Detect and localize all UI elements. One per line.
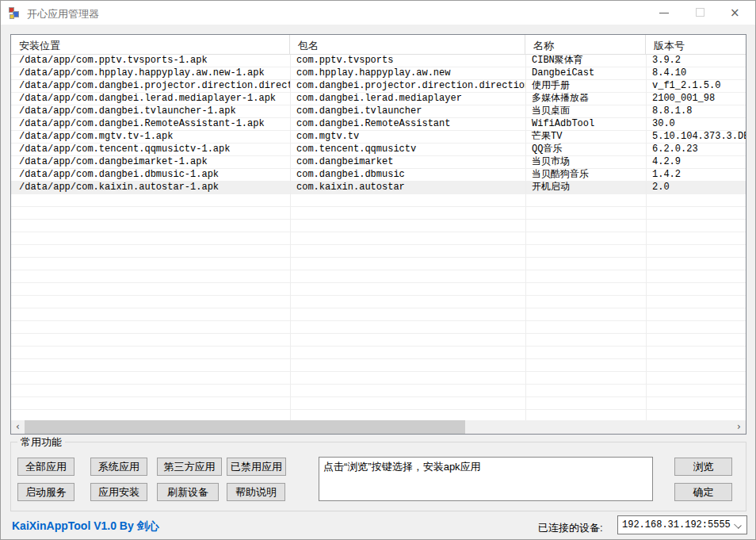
cell-package: com.dangbei.tvlauncher [290,105,525,117]
table-empty-area [11,194,746,420]
cell-name: 芒果TV [525,131,646,143]
chevron-down-icon [735,522,741,528]
table-row[interactable]: /data/app/com.dangbei.RemoteAssistant-1.… [11,118,746,131]
cell-install-path: /data/app/com.dangbei.lerad.mediaplayer-… [11,93,290,105]
minimize-icon [659,13,669,13]
cell-package: com.mgtv.tv [290,131,525,143]
device-combobox-value: 192.168.31.192:5555 [622,519,731,530]
button-refresh-device[interactable]: 刷新设备 [157,483,219,501]
table-row[interactable]: /data/app/com.mgtv.tv-1.apk com.mgtv.tv … [11,131,746,144]
button-system-apps[interactable]: 系统应用 [90,458,147,476]
app-table: 安装位置 包名 名称 版本号 /data/app/com.pptv.tvspor… [10,34,746,435]
group-title: 常用功能 [17,435,65,450]
brand-text: KaiXinAppTool V1.0 By 剑心 [12,519,159,534]
app-window: 开心应用管理器 × 安装位置 包名 名称 版本号 /data/app/com.p… [0,0,756,540]
cell-version: 1.4.2 [646,169,746,181]
cell-install-path: /data/app/com.tencent.qqmusictv-1.apk [11,144,290,155]
cell-name: WifiAdbTool [525,118,646,130]
ok-button[interactable]: 确定 [674,483,732,501]
cell-version: 5.10.104.373.3.DBTY_1 [646,131,746,143]
cell-name: CIBN聚体育 [525,55,646,67]
button-third-party-apps[interactable]: 第三方应用 [157,458,222,476]
table-row[interactable]: /data/app/com.pptv.tvsports-1.apk com.pp… [11,55,746,67]
connected-device-label: 已连接的设备: [538,521,603,535]
column-header-package[interactable]: 包名 [290,35,525,54]
table-row[interactable]: /data/app/com.dangbei.dbmusic-1.apk com.… [11,169,746,182]
cell-install-path: /data/app/com.dangbei.RemoteAssistant-1.… [11,118,290,130]
cell-package: com.dangbei.lerad.mediaplayer [290,93,525,105]
cell-name: QQ音乐 [525,144,646,155]
cell-install-path: /data/app/com.hpplay.happyplay.aw.new-1.… [11,67,290,79]
cell-version: 6.2.0.23 [646,144,746,155]
cell-package: com.dangbei.RemoteAssistant [290,118,525,130]
cell-package: com.tencent.qqmusictv [290,144,525,155]
cell-version: 4.2.9 [646,156,746,168]
cell-install-path: /data/app/com.dangbeimarket-1.apk [11,156,290,168]
cell-install-path: /data/app/com.dangbei.projector.directio… [11,80,290,92]
cell-install-path: /data/app/com.mgtv.tv-1.apk [11,131,290,143]
maximize-button[interactable] [682,1,719,25]
h-scrollbar[interactable]: ‹ › [11,420,746,434]
cell-install-path: /data/app/com.pptv.tvsports-1.apk [11,55,290,67]
maximize-icon [696,8,704,17]
install-hint-textbox[interactable]: 点击“浏览”按键选择，安装apk应用 [319,457,653,501]
device-combobox[interactable]: 192.168.31.192:5555 [617,515,747,534]
cell-version: 8.8.1.8 [646,105,746,117]
cell-name: 使用手册 [525,80,646,92]
table-row[interactable]: /data/app/com.hpplay.happyplay.aw.new-1.… [11,67,746,80]
cell-version: 8.4.10 [646,67,746,79]
table-row[interactable]: /data/app/com.tencent.qqmusictv-1.apk co… [11,144,746,156]
cell-name: 当贝桌面 [525,105,646,117]
table-body: /data/app/com.pptv.tvsports-1.apk com.pp… [11,55,746,194]
common-functions-group: 常用功能 全部应用 系统应用 第三方应用 已禁用应用 启动服务 应用安装 刷新设… [10,442,746,511]
cell-package: com.dangbeimarket [290,156,525,168]
button-start-service[interactable]: 启动服务 [17,483,74,501]
cell-package: com.kaixin.autostar [290,182,525,193]
cell-package: com.hpplay.happyplay.aw.new [290,67,525,79]
button-disabled-apps[interactable]: 已禁用应用 [227,458,286,476]
cell-name: DangbeiCast [525,67,646,79]
cell-version: v_f1_2.1.5.0 [646,80,746,92]
minimize-button[interactable] [646,1,682,25]
browse-button[interactable]: 浏览 [674,458,732,476]
cell-name: 多媒体播放器 [525,93,646,105]
cell-package: com.dangbei.projector.direction.directio… [290,80,525,92]
cell-install-path: /data/app/com.kaixin.autostar-1.apk [11,182,290,193]
titlebar: 开心应用管理器 × [1,1,755,25]
close-icon: × [730,6,740,20]
app-icon [9,6,21,19]
cell-name: 开机启动 [525,182,646,193]
table-row[interactable]: /data/app/com.dangbeimarket-1.apk com.da… [11,156,746,169]
cell-name: 当贝酷狗音乐 [525,169,646,181]
column-header-version[interactable]: 版本号 [646,35,746,54]
scroll-thumb[interactable] [25,420,465,434]
button-help[interactable]: 帮助说明 [227,483,285,501]
table-row[interactable]: /data/app/com.dangbei.tvlauncher-1.apk c… [11,105,746,118]
table-header: 安装位置 包名 名称 版本号 [11,35,746,55]
cell-package: com.pptv.tvsports [290,55,525,67]
cell-install-path: /data/app/com.dangbei.dbmusic-1.apk [11,169,290,181]
button-install-app[interactable]: 应用安装 [90,483,147,501]
cell-name: 当贝市场 [525,156,646,168]
cell-version: 3.9.2 [646,55,746,67]
column-header-name[interactable]: 名称 [525,35,646,54]
scroll-right-icon[interactable]: › [732,420,746,434]
cell-version: 30.0 [646,118,746,130]
column-header-install-path[interactable]: 安装位置 [11,35,290,54]
scroll-left-icon[interactable]: ‹ [11,420,25,434]
table-row[interactable]: /data/app/com.kaixin.autostar-1.apk com.… [11,182,746,194]
close-button[interactable]: × [719,1,755,25]
cell-package: com.dangbei.dbmusic [290,169,525,181]
table-row[interactable]: /data/app/com.dangbei.projector.directio… [11,80,746,93]
table-row[interactable]: /data/app/com.dangbei.lerad.mediaplayer-… [11,93,746,105]
cell-install-path: /data/app/com.dangbei.tvlauncher-1.apk [11,105,290,117]
window-title: 开心应用管理器 [27,7,99,21]
cell-version: 2.0 [646,182,746,193]
button-all-apps[interactable]: 全部应用 [17,458,74,476]
cell-version: 2100_001_98 [646,93,746,105]
